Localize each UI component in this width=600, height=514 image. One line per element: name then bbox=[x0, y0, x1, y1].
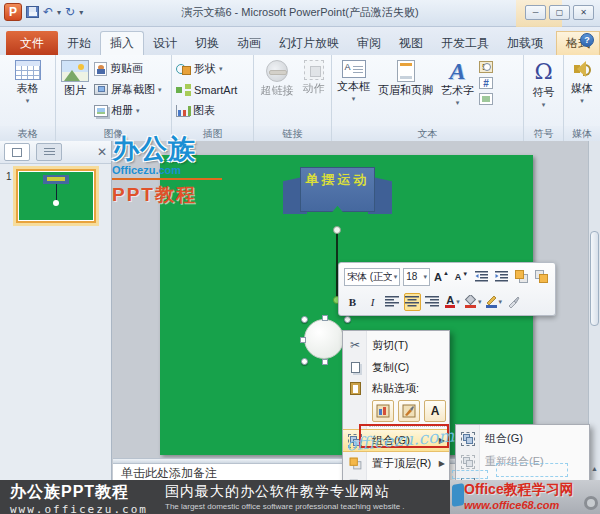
album-button[interactable]: 相册 ▾ bbox=[92, 100, 164, 121]
footer-right-name: Office教程学习网 bbox=[464, 481, 596, 499]
screenshot-button[interactable]: 屏幕截图 ▾ bbox=[92, 79, 164, 100]
tab-view[interactable]: 视图 bbox=[390, 31, 432, 55]
selection-handle[interactable] bbox=[301, 316, 308, 323]
wordart-label: 艺术字 bbox=[441, 84, 474, 97]
font-size-dropdown-icon: ▾ bbox=[423, 273, 427, 281]
action-button[interactable]: 动作 bbox=[300, 58, 328, 97]
font-size-select[interactable]: 18 ▾ bbox=[403, 268, 430, 286]
paste-use-destination-theme-button[interactable] bbox=[372, 400, 394, 422]
scrollbar-thumb[interactable] bbox=[590, 231, 599, 326]
increase-indent-button[interactable] bbox=[493, 268, 510, 286]
decrease-indent-button[interactable] bbox=[473, 268, 490, 286]
shapes-button[interactable]: 形状 ▾ bbox=[174, 58, 251, 79]
tab-slides-thumbnails[interactable] bbox=[4, 143, 30, 161]
format-painter-icon bbox=[507, 295, 520, 308]
textbox-icon bbox=[342, 60, 366, 78]
headerfooter-button[interactable]: 页眉和页脚 bbox=[375, 58, 436, 99]
table-button[interactable]: 表格 ▾ bbox=[12, 58, 44, 107]
clipart-button[interactable]: 剪贴画 bbox=[92, 58, 164, 79]
selection-handle[interactable] bbox=[322, 359, 328, 365]
watermark-brand-tag: PPT教程 bbox=[112, 182, 222, 208]
regroup-icon bbox=[461, 455, 475, 469]
paste-options-label: 粘贴选项: bbox=[367, 381, 419, 396]
tab-addins[interactable]: 加载项 bbox=[498, 31, 552, 55]
picture-icon bbox=[61, 60, 89, 82]
paste-keep-text-only-button[interactable]: A bbox=[424, 400, 446, 422]
paste-theme-icon bbox=[376, 404, 390, 418]
selection-handle[interactable] bbox=[301, 358, 308, 365]
wordart-button[interactable]: A 艺术字 ▾ bbox=[438, 58, 477, 109]
align-center-button[interactable] bbox=[404, 293, 421, 311]
shape-outline-button[interactable]: ▾ bbox=[485, 293, 503, 311]
slide-thumbnail-item[interactable]: 1 bbox=[6, 169, 96, 223]
photo-album-icon bbox=[94, 105, 108, 117]
bring-to-front-icon bbox=[349, 457, 361, 469]
menu-item-copy[interactable]: 复制(C) bbox=[343, 356, 449, 378]
ribbon-group-links: 超链接 动作 链接 bbox=[254, 55, 332, 141]
tab-insert[interactable]: 插入 bbox=[100, 31, 144, 55]
watermark-doodle bbox=[452, 470, 488, 479]
tab-developer[interactable]: 开发工具 bbox=[432, 31, 498, 55]
minimize-ribbon-icon[interactable]: ▵ bbox=[569, 35, 574, 45]
tab-slideshow[interactable]: 幻灯片放映 bbox=[270, 31, 348, 55]
media-label: 媒体 bbox=[571, 82, 593, 95]
media-button[interactable]: 媒体 ▾ bbox=[568, 58, 596, 107]
object-icon[interactable] bbox=[479, 93, 493, 105]
tab-transitions[interactable]: 切换 bbox=[186, 31, 228, 55]
header-footer-icon bbox=[397, 60, 415, 82]
footer-right-url: www.office68.com bbox=[464, 499, 596, 511]
close-panel-icon[interactable]: ✕ bbox=[97, 145, 107, 159]
tab-home[interactable]: 开始 bbox=[58, 31, 100, 55]
align-right-button[interactable] bbox=[424, 293, 441, 311]
slides-panel: ✕ 1 bbox=[0, 141, 112, 480]
textbox-button[interactable]: 文本框 ▾ bbox=[334, 58, 373, 105]
copy-icon bbox=[351, 362, 360, 373]
hyperlink-button[interactable]: 超链接 bbox=[258, 58, 297, 99]
footer-middle: 国内最大的办公软件教学专业网站 The largest domestic off… bbox=[165, 480, 450, 514]
tab-design[interactable]: 设计 bbox=[144, 31, 186, 55]
selection-handle[interactable] bbox=[300, 337, 306, 343]
format-painter-button[interactable] bbox=[505, 293, 522, 311]
selection-handle[interactable] bbox=[322, 315, 328, 321]
chart-button[interactable]: 图表 bbox=[174, 100, 251, 121]
font-name-select[interactable]: 宋体 (正文 ▾ bbox=[344, 268, 400, 286]
close-button[interactable]: ✕ bbox=[573, 5, 594, 20]
previous-slide-icon[interactable]: ▲ bbox=[591, 465, 598, 472]
tab-animations[interactable]: 动画 bbox=[228, 31, 270, 55]
align-left-button[interactable] bbox=[384, 293, 401, 311]
bring-forward-button[interactable] bbox=[513, 268, 530, 286]
align-left-icon bbox=[385, 296, 400, 307]
textbox-label: 文本框 bbox=[337, 80, 370, 93]
slide-number-icon[interactable]: # bbox=[479, 77, 493, 89]
paste-icon bbox=[350, 382, 361, 395]
font-color-button[interactable]: A▾ bbox=[444, 293, 461, 311]
menu-item-cut[interactable]: ✂ 剪切(T) bbox=[343, 334, 449, 356]
minimize-button[interactable]: ─ bbox=[525, 5, 546, 20]
help-icon[interactable]: ? bbox=[580, 33, 594, 47]
tab-outline[interactable] bbox=[36, 143, 62, 161]
notes-placeholder: 单击此处添加备注 bbox=[121, 466, 217, 480]
tab-file[interactable]: 文件 bbox=[6, 31, 58, 55]
italic-button[interactable]: I bbox=[364, 293, 381, 311]
symbol-button[interactable]: Ω 符号 ▾ bbox=[530, 58, 558, 111]
paste-keep-source-formatting-button[interactable] bbox=[398, 400, 420, 422]
bold-button[interactable]: B bbox=[344, 293, 361, 311]
shrink-font-button[interactable]: A▼ bbox=[453, 268, 470, 286]
picture-button[interactable]: 图片 bbox=[58, 58, 92, 99]
banner-shape[interactable]: 单摆运动 bbox=[283, 167, 392, 217]
menu-item-bring-to-front[interactable]: 置于顶层(R) ▶ bbox=[343, 452, 449, 474]
bring-forward-icon bbox=[515, 270, 528, 283]
align-right-icon bbox=[425, 296, 440, 307]
shape-fill-button[interactable]: ▾ bbox=[464, 293, 482, 311]
submenu-item-group[interactable]: 组合(G) bbox=[456, 427, 589, 450]
pendulum-circle-shape[interactable] bbox=[304, 319, 344, 359]
date-time-icon[interactable]: 5 bbox=[479, 61, 493, 73]
line-endpoint-handle-top[interactable] bbox=[333, 226, 341, 234]
maximize-button[interactable]: ▢ bbox=[549, 5, 570, 20]
selection-handle[interactable] bbox=[344, 316, 351, 323]
grow-font-button[interactable]: A▲ bbox=[433, 268, 450, 286]
tab-review[interactable]: 审阅 bbox=[348, 31, 390, 55]
chart-icon bbox=[176, 105, 190, 117]
smartart-button[interactable]: SmartArt bbox=[174, 79, 251, 100]
send-backward-button[interactable] bbox=[533, 268, 550, 286]
